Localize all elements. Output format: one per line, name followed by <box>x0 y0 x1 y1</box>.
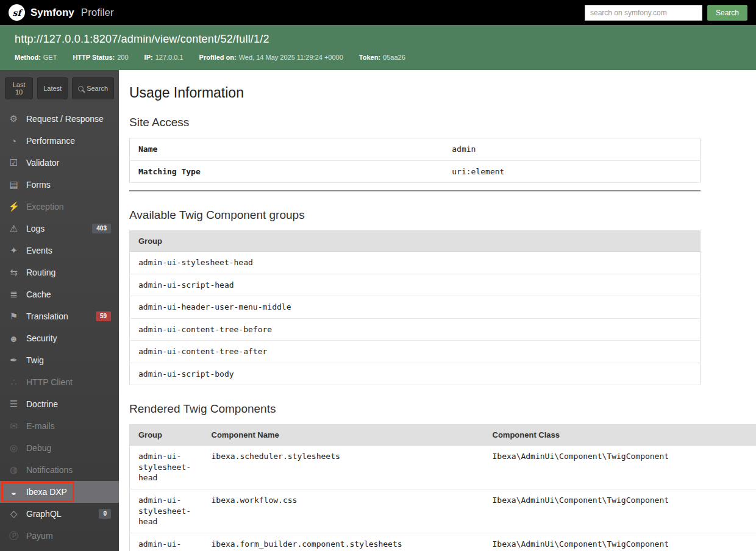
table-row: Name admin <box>130 138 701 161</box>
top-toolbar: sf Symfony Profiler Search <box>0 0 756 25</box>
sidebar-item-label: Doctrine <box>26 399 58 409</box>
sidebar-item-label: Logs <box>26 224 45 233</box>
sidebar-item-label: GraphQL <box>26 509 62 519</box>
sidebar-item-doctrine[interactable]: ☰ Doctrine <box>0 393 119 415</box>
cache-icon: ≣ <box>8 289 20 300</box>
profiler-menu: ⚙ Request / Response ◔ Performance ☑ Val… <box>0 108 119 547</box>
exception-icon: ⚡ <box>8 201 20 212</box>
sidebar-item-debug[interactable]: ◎ Debug <box>0 437 119 459</box>
table-row: admin-ui-stylesheet-head ibexa.form_buil… <box>130 533 756 551</box>
graphql-icon: ◇ <box>8 508 20 519</box>
sidebar-item-label: Ibexa DXP <box>26 487 67 497</box>
sidebar-item-exception[interactable]: ⚡ Exception <box>0 196 119 218</box>
component-group-cell: admin-ui-stylesheet-head <box>130 533 203 551</box>
page-title: Usage Information <box>129 85 756 101</box>
sidebar-item-label: Debug <box>26 443 51 453</box>
table-row: admin-ui-stylesheet-head <box>130 252 701 274</box>
table-row: admin-ui-content-tree-after <box>130 341 701 363</box>
sidebar-item-notifications[interactable]: ◍ Notifications <box>0 459 119 481</box>
component-name-cell: ibexa.workflow.css <box>203 489 484 533</box>
payum-icon: Ⓟ <box>8 530 20 542</box>
sidebar-item-twig[interactable]: ✒ Twig <box>0 349 119 371</box>
topbar-search: Search <box>585 5 747 21</box>
table-row: Matching Type uri:element <box>130 160 701 183</box>
security-icon: ☻ <box>8 333 20 344</box>
sidebar-item-routing[interactable]: ⇆ Routing <box>0 261 119 283</box>
twig-groups-section: Available Twig Component groups Group ad… <box>129 208 756 385</box>
sidebar-item-label: Routing <box>26 268 55 277</box>
column-header-group: Group <box>130 231 701 252</box>
row-value: uri:element <box>443 160 700 183</box>
table-header-row: Group <box>130 231 701 252</box>
sidebar-item-label: Performance <box>26 136 75 146</box>
sidebar-item-label: Security <box>26 333 57 343</box>
search-icon <box>78 86 84 91</box>
group-cell: admin-ui-script-head <box>130 274 701 296</box>
table-row: admin-ui-stylesheet-head ibexa.scheduler… <box>130 446 756 489</box>
component-class-cell: Ibexa\AdminUi\Component\TwigComponent <box>484 489 756 533</box>
sidebar-item-forms[interactable]: ▤ Forms <box>0 174 119 196</box>
symfony-logo-icon: sf <box>9 4 25 21</box>
meta-ip: IP:127.0.0.1 <box>144 54 184 61</box>
search-button[interactable]: Search <box>707 5 747 21</box>
ibexa-icon: ◒ <box>8 487 20 497</box>
row-label: Matching Type <box>130 160 444 183</box>
sidebar-item-logs[interactable]: ⚠ Logs 403 <box>0 218 119 240</box>
status-meta: Method:GET HTTP Status:200 IP:127.0.0.1 … <box>15 54 741 61</box>
routing-icon: ⇆ <box>8 267 20 278</box>
sidebar-item-label: Cache <box>26 290 51 299</box>
sidebar-item-label: Forms <box>26 180 51 190</box>
sidebar-item-events[interactable]: ✦ Events <box>0 240 119 261</box>
twig-groups-heading: Available Twig Component groups <box>129 208 756 222</box>
sidebar-item-translation[interactable]: ⚑ Translation 59 <box>0 305 119 327</box>
sidebar-item-validator[interactable]: ☑ Validator <box>0 152 119 174</box>
layout: Last 10 Latest Search ⚙ Request / Respon… <box>0 70 756 551</box>
component-class-cell: Ibexa\AdminUi\Component\TwigComponent <box>484 446 756 489</box>
search-input[interactable] <box>585 5 702 21</box>
section-divider <box>129 190 701 191</box>
sidebar-item-label: Payum <box>26 531 53 541</box>
component-name-cell: ibexa.form_builder.component.stylesheets <box>203 533 484 551</box>
logs-icon: ⚠ <box>8 223 20 234</box>
brand: sf Symfony Profiler <box>9 4 114 21</box>
sidebar-item-graphql[interactable]: ◇ GraphQL 0 <box>0 503 119 525</box>
sidebar-item-payum[interactable]: Ⓟ Payum <box>0 525 119 547</box>
sidebar-item-label: Validator <box>26 158 59 168</box>
table-header-row: Group Component Name Component Class <box>130 425 756 446</box>
sidebar-search-button[interactable]: Search <box>72 77 114 99</box>
component-class-cell: Ibexa\AdminUi\Component\TwigComponent <box>484 533 756 551</box>
performance-icon: ◔ <box>8 136 20 146</box>
events-icon: ✦ <box>8 245 20 256</box>
sidebar-item-request-response[interactable]: ⚙ Request / Response <box>0 108 119 130</box>
sidebar-item-emails[interactable]: ✉ E-mails <box>0 415 119 437</box>
sidebar-item-cache[interactable]: ≣ Cache <box>0 283 119 305</box>
sidebar-item-security[interactable]: ☻ Security <box>0 327 119 349</box>
http-client-icon: ∴ <box>8 377 20 388</box>
meta-http-status: HTTP Status:200 <box>73 54 128 61</box>
meta-token: Token:05aa26 <box>359 54 405 61</box>
translation-badge: 59 <box>96 311 111 321</box>
sidebar-item-label: Notifications <box>26 465 73 475</box>
brand-title: Symfony <box>30 7 74 19</box>
group-cell: admin-ui-script-body <box>130 363 701 385</box>
row-value: admin <box>443 138 700 161</box>
rendered-components-section: Rendered Twig Components Group Component… <box>129 402 756 551</box>
sidebar-item-label: Twig <box>26 355 44 365</box>
rendered-components-table: Group Component Name Component Class adm… <box>129 424 756 551</box>
forms-icon: ▤ <box>8 179 20 190</box>
column-header-component-name: Component Name <box>203 425 484 446</box>
sidebar-item-performance[interactable]: ◔ Performance <box>0 130 119 152</box>
latest-button[interactable]: Latest <box>37 77 68 99</box>
last-10-button[interactable]: Last 10 <box>5 77 33 99</box>
sidebar-item-label: Translation <box>26 311 68 321</box>
table-row: admin-ui-header-user-menu-middle <box>130 296 701 319</box>
sidebar-item-ibexa-dxp[interactable]: ◒ Ibexa DXP <box>0 481 119 503</box>
rendered-components-heading: Rendered Twig Components <box>129 402 756 416</box>
sidebar-item-label: Exception <box>26 202 63 212</box>
sidebar-item-http-client[interactable]: ∴ HTTP Client <box>0 371 119 393</box>
main-panel: Usage Information Site Access Name admin… <box>119 70 756 551</box>
component-group-cell: admin-ui-stylesheet-head <box>130 489 203 533</box>
sidebar-item-label: HTTP Client <box>26 377 73 387</box>
sidebar: Last 10 Latest Search ⚙ Request / Respon… <box>0 70 119 551</box>
translation-icon: ⚑ <box>8 311 20 322</box>
